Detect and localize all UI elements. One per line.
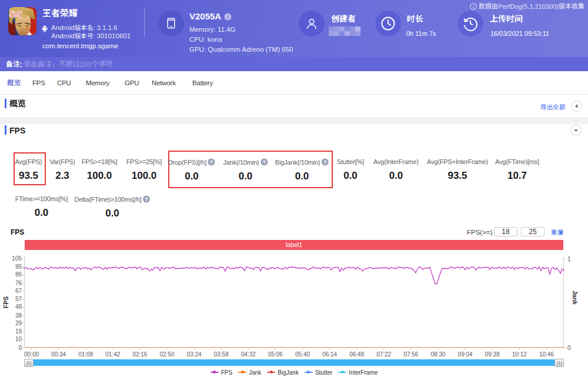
svg-text:?: ? [262, 159, 265, 165]
svg-text:5v5: 5v5 [9, 9, 22, 19]
svg-text:?: ? [145, 196, 148, 202]
svg-text:?: ? [323, 159, 326, 165]
svg-text:?: ? [210, 159, 213, 165]
